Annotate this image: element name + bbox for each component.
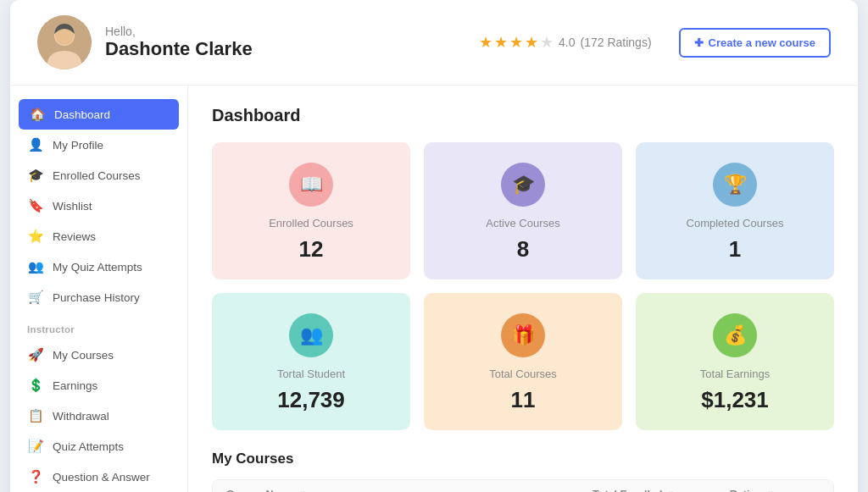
col-header-rating: Rating ⇅ [684,489,820,492]
stat-courses: 🎁 Total Courses 11 [424,293,622,430]
main-layout: 🏠 Dashboard 👤 My Profile 🎓 Enrolled Cour… [10,86,858,492]
active-stat-icon: 🎓 [501,163,545,207]
sidebar-item-quiz-attempts-instructor[interactable]: 📝 Quiz Attempts [10,431,187,462]
courses-table: Course Name ⇅ Total Enrolled ⇅ Rating ⇅ … [212,479,834,492]
header: Hello, Dashonte Clarke ★ ★ ★ ★ ★ 4.0 (17… [10,0,858,86]
stats-grid: 📖 Enrolled Courses 12 🎓 Active Courses 8… [212,142,834,430]
create-course-button[interactable]: ✚ Create a new course [679,28,831,58]
enrolled-icon: 🎓 [27,168,44,183]
completed-label: Completed Courses [687,217,784,229]
active-label: Active Courses [486,217,559,229]
user-greeting: Hello, Dashonte Clarke [105,25,479,60]
avatar [37,15,92,69]
sidebar-label-purchase: Purchase History [53,291,140,304]
star-4: ★ [525,33,538,52]
sidebar: 🏠 Dashboard 👤 My Profile 🎓 Enrolled Cour… [10,86,188,492]
star-1: ★ [479,33,492,52]
sidebar-label-dashboard: Dashboard [54,108,110,121]
sidebar-item-dashboard[interactable]: 🏠 Dashboard [19,99,179,130]
instructor-section-label: Instructor [10,312,187,340]
star-3: ★ [509,33,523,52]
sidebar-label-earnings: Earnings [53,379,97,392]
earnings-icon: 💲 [27,378,44,393]
students-value: 12,739 [277,387,345,413]
enrolled-value: 12 [299,236,324,263]
sidebar-label-wishlist: Wishlist [53,200,92,213]
sidebar-label-quiz: Quiz Attempts [53,440,124,453]
sidebar-item-enrolled-courses[interactable]: 🎓 Enrolled Courses [10,160,187,191]
stat-active: 🎓 Active Courses 8 [424,142,622,279]
stat-completed: 🏆 Completed Courses 1 [636,142,834,279]
quiz-attempts-icon: 👥 [27,259,44,274]
sidebar-label-my-profile: My Profile [53,139,103,152]
wishlist-icon: 🔖 [27,198,44,213]
rating-value: 4.0 [559,36,575,49]
sidebar-item-earnings[interactable]: 💲 Earnings [10,370,187,401]
sidebar-item-wishlist[interactable]: 🔖 Wishlist [10,191,187,221]
user-rating: ★ ★ ★ ★ ★ 4.0 (172 Ratings) [479,33,652,52]
sidebar-item-reviews[interactable]: ⭐ Reviews [10,221,187,252]
earnings-stat-icon: 💰 [713,313,757,357]
user-name: Dashonte Clarke [105,38,479,60]
sidebar-item-withdrawal[interactable]: 📋 Withdrawal [10,401,187,431]
qa-icon: ❓ [27,469,44,484]
students-label: Tortal Student [277,368,345,380]
enrolled-label: Enrolled Courses [269,217,353,229]
earnings-label: Total Earnings [700,368,770,380]
star-5: ★ [540,33,554,52]
completed-value: 1 [729,236,741,263]
rating-count: (172 Ratings) [581,36,652,49]
star-2: ★ [494,33,508,52]
purchase-icon: 🛒 [27,290,44,305]
create-course-label: Create a new course [709,36,815,49]
completed-stat-icon: 🏆 [713,163,757,207]
col-header-name: Course Name ⇅ [226,489,582,492]
main-content: Dashboard 📖 Enrolled Courses 12 🎓 Active… [188,86,858,492]
sidebar-item-my-courses[interactable]: 🚀 My Courses [10,340,187,370]
courses-label: Total Courses [489,368,556,380]
sidebar-item-my-profile[interactable]: 👤 My Profile [10,130,187,160]
dashboard-icon: 🏠 [29,107,46,122]
enrolled-stat-icon: 📖 [289,163,333,207]
my-courses-icon: 🚀 [27,347,44,362]
courses-stat-icon: 🎁 [501,313,545,357]
earnings-value: $1,231 [701,387,769,413]
sidebar-label-enrolled: Enrolled Courses [53,169,141,182]
sidebar-label-withdrawal: Withdrawal [53,410,109,423]
create-icon: ✚ [694,36,704,49]
sidebar-item-quiz-attempts[interactable]: 👥 My Quiz Attempts [10,252,187,282]
sidebar-item-qa[interactable]: ❓ Question & Answer [10,462,187,492]
page-title: Dashboard [212,106,834,125]
profile-icon: 👤 [27,137,44,152]
stat-students: 👥 Tortal Student 12,739 [212,293,410,430]
sidebar-label-reviews: Reviews [53,230,96,243]
courses-value: 11 [511,387,536,413]
stat-earnings: 💰 Total Earnings $1,231 [636,293,834,430]
reviews-icon: ⭐ [27,229,44,244]
table-header: Course Name ⇅ Total Enrolled ⇅ Rating ⇅ [213,480,833,492]
stat-enrolled: 📖 Enrolled Courses 12 [212,142,410,279]
sidebar-label-quiz-attempts: My Quiz Attempts [53,261,142,274]
sidebar-label-my-courses: My Courses [53,349,114,362]
col-header-enrolled: Total Enrolled ⇅ [582,489,684,492]
quiz-icon: 📝 [27,439,44,454]
active-value: 8 [517,236,529,263]
students-stat-icon: 👥 [289,313,333,357]
sidebar-label-qa: Question & Answer [53,471,150,484]
sidebar-item-purchase-history[interactable]: 🛒 Purchase History [10,282,187,312]
withdrawal-icon: 📋 [27,408,44,423]
avatar-image [37,15,92,69]
rating-stars: ★ ★ ★ ★ ★ [479,33,554,52]
my-courses-title: My Courses [212,451,834,467]
hello-text: Hello, [105,25,479,38]
